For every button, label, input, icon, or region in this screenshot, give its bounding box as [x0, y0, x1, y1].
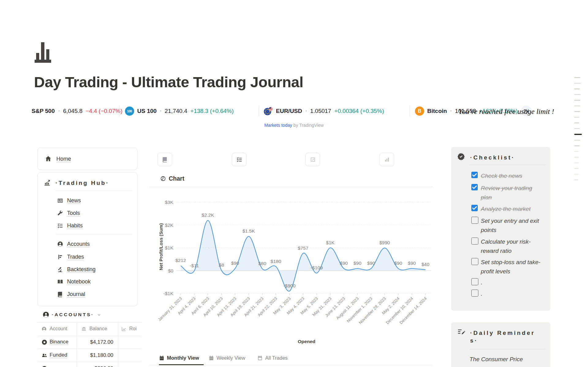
checklist-checkbox[interactable] [471, 184, 478, 190]
account-link[interactable]: Binance [50, 339, 68, 345]
journal-icon [57, 291, 63, 298]
sidebar-item-label[interactable]: Backtesting [67, 266, 96, 273]
home-icon [45, 155, 52, 162]
outline-dash[interactable] [574, 179, 578, 180]
ticker-item-s-p-500[interactable]: S&P 500•6,045.8−4.4 (−0.07%) [32, 104, 123, 118]
sidebar-item-notebook[interactable]: Notebook [57, 278, 91, 286]
sidebar-item-label[interactable]: Tools [67, 210, 80, 216]
sidebar-item-home[interactable]: Home [56, 156, 71, 162]
ticker-separator [119, 106, 120, 116]
svg-text:$90: $90 [367, 260, 375, 266]
checklist-checkbox[interactable] [471, 217, 478, 224]
table-row-funded: Funded$1,180.00 [37, 349, 141, 362]
checklist-item-label: Check the news [481, 171, 541, 181]
svg-text:$990: $990 [379, 240, 390, 245]
markets-today-link[interactable]: Markets today [264, 123, 292, 128]
sidebar-item-label[interactable]: Trades [67, 254, 84, 260]
ticker-attribution: Markets today by TradingView [0, 123, 588, 128]
outline-dash[interactable] [574, 134, 582, 135]
svg-text:November 1, 2023: November 1, 2023 [346, 296, 373, 324]
tab-monthly-view[interactable]: Monthly View [159, 355, 199, 361]
ticker-change: +138.3 (+0.64%) [190, 108, 234, 114]
chevron-down-icon[interactable] [97, 313, 101, 317]
microscope-icon [57, 266, 63, 273]
outline-dash[interactable] [574, 117, 579, 118]
column-header-account[interactable]: Account [50, 326, 67, 331]
checklist-item-label: Review your trading plan [481, 184, 541, 202]
checklist-checkbox[interactable] [471, 172, 478, 178]
home-card: Home [37, 148, 138, 170]
outline-dash[interactable] [574, 168, 579, 169]
checklist-button[interactable] [232, 153, 247, 166]
outline-dash[interactable] [574, 94, 581, 95]
outline-dash[interactable] [574, 106, 580, 107]
sidebar-item-accounts[interactable]: Accounts [57, 240, 90, 248]
outline-dash[interactable] [574, 88, 580, 89]
column-header-balance[interactable]: Balance [89, 326, 107, 331]
sidebar-item-label[interactable]: Notebook [67, 279, 91, 285]
calendar-plain-icon [257, 355, 263, 361]
table-row-binance: Binance$4,172.00 [37, 336, 141, 349]
chart-view-tab[interactable]: Chart [160, 175, 184, 182]
sidebar-item-journal[interactable]: Journal [57, 290, 85, 298]
divider [469, 165, 546, 165]
page-icon-bar-chart[interactable] [35, 41, 51, 63]
outline-dash[interactable] [574, 83, 581, 84]
outline-dash[interactable] [574, 157, 579, 158]
bank-icon [81, 326, 87, 332]
sidebar-item-backtesting[interactable]: Backtesting [57, 265, 96, 273]
person-circle-icon [41, 365, 47, 367]
checklist-checkbox[interactable] [471, 258, 478, 265]
journal-button[interactable] [157, 153, 172, 166]
svg-text:Opened: Opened [298, 339, 315, 344]
ticker-price: 6,045.8 [63, 108, 82, 114]
outline-dash[interactable] [574, 151, 579, 152]
svg-text:$90: $90 [340, 260, 348, 266]
outline-dash[interactable] [574, 100, 580, 101]
outline-dash[interactable] [574, 122, 579, 123]
star-circle-icon [41, 339, 47, 345]
outline-dash[interactable] [574, 140, 580, 141]
outline-dash[interactable] [574, 128, 580, 129]
outline-dash[interactable] [574, 163, 579, 163]
tab-label: Monthly View [167, 355, 199, 361]
checklist-item-label: Set stop-loss and take-profit levels [481, 258, 541, 276]
svg-text:-$900: -$900 [283, 283, 296, 288]
trading-hub-title: ·Trading Hub· [55, 180, 109, 186]
sidebar-item-trades[interactable]: Trades [57, 253, 84, 261]
journal-icon [162, 156, 168, 163]
ticker-item-us-100[interactable]: 100US 100•21,740.4+138.3 (+0.64%) [125, 104, 234, 118]
outline-dash[interactable] [574, 174, 579, 175]
net-profit-loss-chart: $3K$2K$1K$0-$1K$212-$11$2.2K$8$90$1.5K$8… [144, 189, 435, 351]
svg-text:$212: $212 [175, 258, 186, 263]
accounts-table: AccountBalanceRoiBinance$4,172.00Funded$… [37, 322, 141, 367]
sidebar-item-tools[interactable]: Tools [57, 209, 80, 217]
sidebar-item-label[interactable]: News [67, 197, 81, 204]
checklist-checkbox[interactable] [471, 238, 478, 245]
outline-dash[interactable] [574, 77, 580, 78]
outline-dash[interactable] [574, 111, 580, 112]
outline-dash[interactable] [574, 145, 580, 146]
sidebar-item-label[interactable]: Habits [67, 223, 83, 229]
tab-all-trades[interactable]: All Trades [257, 355, 288, 361]
sidebar-item-habits[interactable]: Habits [57, 222, 83, 230]
tab-weekly-view[interactable]: Weekly View [209, 355, 245, 361]
wrench-icon [57, 210, 63, 216]
bar-chart-button[interactable] [379, 153, 394, 166]
column-header-roi[interactable]: Roi [129, 326, 137, 331]
sidebar-item-news[interactable]: News [57, 197, 81, 204]
checklist-item-label: Analyze the market [481, 204, 541, 214]
ticker-item-eur-usd[interactable]: EUR/USD•1.05017+0.00364 (+0.35%) [264, 104, 384, 118]
svg-text:$80: $80 [258, 261, 266, 266]
sidebar-item-label[interactable]: Journal [67, 291, 85, 298]
checklist-checkbox[interactable] [471, 290, 478, 297]
svg-text:Net Profit/Loss (Sum): Net Profit/Loss (Sum) [158, 223, 164, 270]
compose-button[interactable] [305, 153, 320, 166]
accounts-section-header[interactable]: ·ACCOUNTS· [42, 311, 101, 318]
checklist-checkbox[interactable] [471, 205, 478, 211]
calendar-icon [209, 355, 214, 361]
account-link[interactable]: Funded [50, 352, 67, 358]
checklist-checkbox[interactable] [471, 278, 478, 285]
sidebar-item-label[interactable]: Accounts [67, 241, 90, 247]
ticker-symbol: EUR/USD [276, 108, 302, 114]
